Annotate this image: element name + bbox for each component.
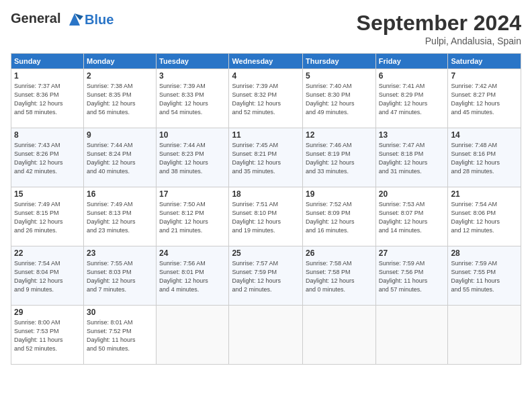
- table-row: 7Sunrise: 7:42 AMSunset: 8:27 PMDaylight…: [448, 69, 521, 128]
- day-info: Sunrise: 7:47 AMSunset: 8:18 PMDaylight:…: [379, 141, 445, 176]
- day-info: Sunrise: 7:53 AMSunset: 8:07 PMDaylight:…: [379, 200, 445, 235]
- day-number: 5: [306, 71, 373, 81]
- day-number: 18: [232, 189, 300, 199]
- day-number: 16: [87, 189, 153, 199]
- day-number: 23: [87, 248, 153, 258]
- table-row: 28Sunrise: 7:59 AMSunset: 7:55 PMDayligh…: [448, 246, 521, 306]
- day-number: 9: [87, 130, 153, 140]
- page-header: General Blue September 2024 Pulpi, Andal…: [11, 11, 521, 46]
- table-row: 23Sunrise: 7:55 AMSunset: 8:03 PMDayligh…: [83, 246, 156, 306]
- table-row: 5Sunrise: 7:40 AMSunset: 8:30 PMDaylight…: [303, 69, 376, 128]
- table-row: 12Sunrise: 7:46 AMSunset: 8:19 PMDayligh…: [303, 128, 376, 187]
- header-monday: Monday: [83, 54, 156, 69]
- table-row: 29Sunrise: 8:00 AMSunset: 7:53 PMDayligh…: [11, 306, 84, 365]
- day-number: 3: [159, 71, 226, 81]
- day-info: Sunrise: 7:44 AMSunset: 8:24 PMDaylight:…: [87, 141, 153, 176]
- day-info: Sunrise: 7:44 AMSunset: 8:23 PMDaylight:…: [159, 141, 226, 176]
- day-info: Sunrise: 7:59 AMSunset: 7:55 PMDaylight:…: [451, 259, 518, 294]
- table-row: 16Sunrise: 7:49 AMSunset: 8:13 PMDayligh…: [83, 187, 156, 246]
- calendar-week-5: 29Sunrise: 8:00 AMSunset: 7:53 PMDayligh…: [11, 306, 521, 365]
- table-row: 14Sunrise: 7:48 AMSunset: 8:16 PMDayligh…: [448, 128, 521, 187]
- day-info: Sunrise: 7:55 AMSunset: 8:03 PMDaylight:…: [87, 259, 153, 294]
- table-row: 27Sunrise: 7:59 AMSunset: 7:56 PMDayligh…: [375, 246, 448, 306]
- day-info: Sunrise: 7:54 AMSunset: 8:06 PMDaylight:…: [451, 200, 518, 235]
- table-row: [448, 306, 521, 365]
- day-info: Sunrise: 7:40 AMSunset: 8:30 PMDaylight:…: [306, 82, 373, 117]
- table-row: 22Sunrise: 7:54 AMSunset: 8:04 PMDayligh…: [11, 246, 84, 306]
- title-block: September 2024 Pulpi, Andalusia, Spain: [357, 11, 521, 46]
- logo-blue: Blue: [85, 12, 114, 28]
- table-row: 15Sunrise: 7:49 AMSunset: 8:15 PMDayligh…: [11, 187, 84, 246]
- table-row: 21Sunrise: 7:54 AMSunset: 8:06 PMDayligh…: [448, 187, 521, 246]
- logo-general: General: [11, 11, 60, 26]
- table-row: 2Sunrise: 7:38 AMSunset: 8:35 PMDaylight…: [83, 69, 156, 128]
- day-info: Sunrise: 7:38 AMSunset: 8:35 PMDaylight:…: [87, 82, 153, 117]
- day-number: 7: [451, 71, 518, 81]
- day-number: 8: [14, 130, 81, 140]
- day-info: Sunrise: 7:58 AMSunset: 7:58 PMDaylight:…: [306, 259, 373, 294]
- day-number: 6: [379, 71, 445, 81]
- table-row: 26Sunrise: 7:58 AMSunset: 7:58 PMDayligh…: [303, 246, 376, 306]
- day-info: Sunrise: 7:39 AMSunset: 8:32 PMDaylight:…: [232, 82, 300, 117]
- day-info: Sunrise: 7:51 AMSunset: 8:10 PMDaylight:…: [232, 200, 300, 235]
- location-subtitle: Pulpi, Andalusia, Spain: [357, 36, 521, 46]
- table-row: 9Sunrise: 7:44 AMSunset: 8:24 PMDaylight…: [83, 128, 156, 187]
- header-wednesday: Wednesday: [229, 54, 303, 69]
- day-info: Sunrise: 7:54 AMSunset: 8:04 PMDaylight:…: [14, 259, 81, 294]
- header-saturday: Saturday: [448, 54, 521, 69]
- day-number: 10: [159, 130, 226, 140]
- table-row: 20Sunrise: 7:53 AMSunset: 8:07 PMDayligh…: [375, 187, 448, 246]
- table-row: [303, 306, 376, 365]
- day-number: 14: [451, 130, 518, 140]
- table-row: [157, 306, 229, 365]
- day-number: 24: [159, 248, 226, 258]
- day-number: 30: [87, 308, 153, 317]
- day-number: 1: [14, 71, 81, 81]
- table-row: 10Sunrise: 7:44 AMSunset: 8:23 PMDayligh…: [157, 128, 229, 187]
- table-row: 25Sunrise: 7:57 AMSunset: 7:59 PMDayligh…: [229, 246, 303, 306]
- month-title: September 2024: [357, 11, 521, 36]
- day-number: 27: [379, 248, 445, 258]
- header-thursday: Thursday: [303, 54, 376, 69]
- table-row: 8Sunrise: 7:43 AMSunset: 8:26 PMDaylight…: [11, 128, 84, 187]
- day-number: 19: [306, 189, 373, 199]
- day-number: 21: [451, 189, 518, 199]
- day-info: Sunrise: 8:00 AMSunset: 7:53 PMDaylight:…: [14, 318, 81, 353]
- day-info: Sunrise: 7:56 AMSunset: 8:01 PMDaylight:…: [159, 259, 226, 294]
- day-info: Sunrise: 7:41 AMSunset: 8:29 PMDaylight:…: [379, 82, 445, 117]
- day-number: 17: [159, 189, 226, 199]
- day-number: 4: [232, 71, 300, 81]
- day-info: Sunrise: 7:48 AMSunset: 8:16 PMDaylight:…: [451, 141, 518, 176]
- day-info: Sunrise: 7:49 AMSunset: 8:13 PMDaylight:…: [87, 200, 153, 235]
- day-number: 25: [232, 248, 300, 258]
- day-number: 12: [306, 130, 373, 140]
- day-info: Sunrise: 7:59 AMSunset: 7:56 PMDaylight:…: [379, 259, 445, 294]
- calendar-table: Sunday Monday Tuesday Wednesday Thursday…: [11, 53, 521, 365]
- day-info: Sunrise: 7:37 AMSunset: 8:36 PMDaylight:…: [14, 82, 81, 117]
- day-number: 28: [451, 248, 518, 258]
- day-number: 20: [379, 189, 445, 199]
- table-row: 11Sunrise: 7:45 AMSunset: 8:21 PMDayligh…: [229, 128, 303, 187]
- day-info: Sunrise: 8:01 AMSunset: 7:52 PMDaylight:…: [87, 318, 153, 353]
- table-row: [229, 306, 303, 365]
- day-info: Sunrise: 7:43 AMSunset: 8:26 PMDaylight:…: [14, 141, 81, 176]
- day-info: Sunrise: 7:49 AMSunset: 8:15 PMDaylight:…: [14, 200, 81, 235]
- table-row: 3Sunrise: 7:39 AMSunset: 8:33 PMDaylight…: [157, 69, 229, 128]
- day-info: Sunrise: 7:42 AMSunset: 8:27 PMDaylight:…: [451, 82, 518, 117]
- day-number: 13: [379, 130, 445, 140]
- table-row: 13Sunrise: 7:47 AMSunset: 8:18 PMDayligh…: [375, 128, 448, 187]
- calendar-week-1: 1Sunrise: 7:37 AMSunset: 8:36 PMDaylight…: [11, 69, 521, 128]
- day-info: Sunrise: 7:46 AMSunset: 8:19 PMDaylight:…: [306, 141, 373, 176]
- table-row: 30Sunrise: 8:01 AMSunset: 7:52 PMDayligh…: [83, 306, 156, 365]
- day-number: 26: [306, 248, 373, 258]
- day-number: 22: [14, 248, 81, 258]
- day-number: 11: [232, 130, 300, 140]
- calendar-week-4: 22Sunrise: 7:54 AMSunset: 8:04 PMDayligh…: [11, 246, 521, 306]
- table-row: 1Sunrise: 7:37 AMSunset: 8:36 PMDaylight…: [11, 69, 84, 128]
- day-info: Sunrise: 7:45 AMSunset: 8:21 PMDaylight:…: [232, 141, 300, 176]
- table-row: 6Sunrise: 7:41 AMSunset: 8:29 PMDaylight…: [375, 69, 448, 128]
- calendar-header-row: Sunday Monday Tuesday Wednesday Thursday…: [11, 54, 521, 69]
- table-row: 17Sunrise: 7:50 AMSunset: 8:12 PMDayligh…: [157, 187, 229, 246]
- day-info: Sunrise: 7:39 AMSunset: 8:33 PMDaylight:…: [159, 82, 226, 117]
- header-sunday: Sunday: [11, 54, 84, 69]
